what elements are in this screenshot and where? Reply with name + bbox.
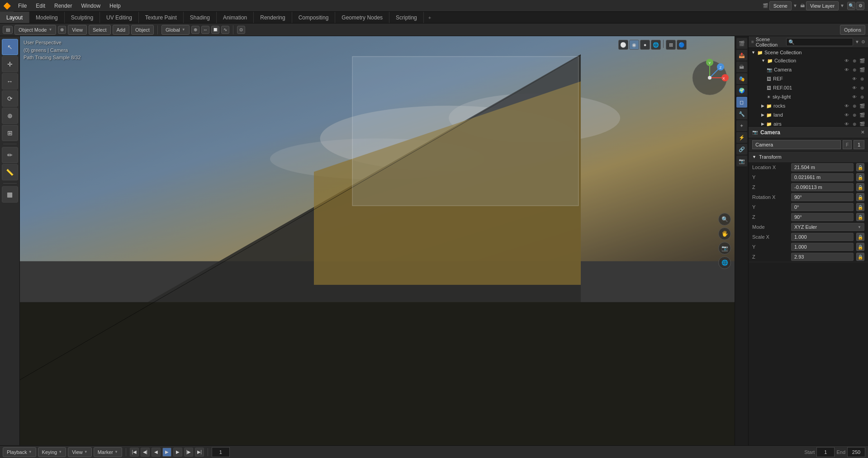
tab-uv-editing[interactable]: UV Editing bbox=[100, 12, 139, 23]
scene-selector[interactable]: Scene bbox=[769, 1, 792, 10]
rotation-y-lock[interactable]: 🔒 bbox=[856, 203, 864, 211]
viewlayer-selector[interactable]: View Layer bbox=[806, 1, 839, 10]
props-icon-object[interactable]: ◻ bbox=[736, 97, 747, 108]
props-icon-view-layer[interactable]: 🏔 bbox=[736, 61, 747, 72]
rocks-visibility[interactable]: 👁 bbox=[844, 103, 850, 109]
prop-edit-icon[interactable]: ⊙ bbox=[237, 26, 245, 34]
zoom-in-btn[interactable]: 🔍 bbox=[718, 213, 731, 226]
play-btn[interactable]: ▶ bbox=[162, 448, 171, 457]
rotation-x-field[interactable]: 90° bbox=[791, 193, 854, 201]
marker-menu[interactable]: Marker ▼ bbox=[94, 447, 122, 457]
props-icon-physics[interactable]: ⚡ bbox=[736, 132, 747, 143]
outliner-item-ref001[interactable]: 🖼 REF.001 👁 ⊕ bbox=[749, 83, 868, 92]
single-user-btn[interactable]: 1 bbox=[854, 140, 864, 149]
object-name-field[interactable]: Camera bbox=[752, 140, 841, 149]
viewport-display-mode[interactable]: ⚪ bbox=[618, 40, 628, 50]
airs-render[interactable]: 🎬 bbox=[859, 121, 865, 127]
tool-scale[interactable]: ⊕ bbox=[2, 108, 18, 124]
props-icon-modifiers[interactable]: 🔧 bbox=[736, 109, 747, 119]
outliner-item-airs[interactable]: ▶ 📁 airs 👁 ⊕ 🎬 bbox=[749, 119, 868, 127]
playback-menu[interactable]: Playback ▼ bbox=[3, 447, 36, 457]
camera-view-btn[interactable]: 📷 bbox=[718, 242, 731, 255]
add-menu[interactable]: Add bbox=[113, 25, 130, 35]
tab-animation[interactable]: Animation bbox=[217, 12, 254, 23]
tool-add-cube[interactable]: ▦ bbox=[2, 186, 18, 203]
viewport-shading-material[interactable]: ● bbox=[640, 40, 650, 50]
skylight-visibility[interactable]: 👁 bbox=[851, 94, 858, 100]
outliner-options[interactable]: ⚙ bbox=[861, 39, 865, 44]
viewport-overlay-toggle[interactable]: ⊞ bbox=[666, 40, 676, 50]
transform-icon3[interactable]: 🔲 bbox=[211, 26, 219, 34]
object-mode-dropdown[interactable]: Object Mode ▼ bbox=[14, 25, 56, 35]
view-menu[interactable]: View bbox=[68, 25, 87, 35]
tab-layout[interactable]: Layout bbox=[0, 12, 29, 23]
outliner-item-skylight[interactable]: ☀ sky-light 👁 ⊕ bbox=[749, 92, 868, 101]
menu-render[interactable]: Render bbox=[50, 0, 76, 12]
add-workspace-tab[interactable]: + bbox=[424, 12, 436, 23]
tab-rendering[interactable]: Rendering bbox=[254, 12, 292, 23]
zoom-out-btn[interactable]: 🖐 bbox=[718, 227, 731, 240]
jump-end-btn[interactable]: ▶| bbox=[195, 448, 204, 457]
keying-menu[interactable]: Keying ▼ bbox=[38, 447, 66, 457]
props-icon-render[interactable]: 🎬 bbox=[736, 38, 747, 49]
scale-x-lock[interactable]: 🔒 bbox=[856, 233, 864, 241]
orbit-btn[interactable]: 🌐 bbox=[718, 256, 731, 269]
props-icon-data[interactable]: 📷 bbox=[736, 156, 747, 166]
props-icon-constraints[interactable]: 🔗 bbox=[736, 144, 747, 155]
tool-rotate[interactable]: ⟳ bbox=[2, 90, 18, 107]
ref-visibility[interactable]: 👁 bbox=[851, 76, 858, 82]
scale-z-field[interactable]: 2.93 bbox=[791, 253, 854, 261]
outliner-visibility-icon[interactable]: 👁 bbox=[844, 57, 850, 64]
rotation-mode-dropdown[interactable]: XYZ Euler ▼ bbox=[791, 223, 864, 231]
rotation-z-lock[interactable]: 🔒 bbox=[856, 213, 864, 221]
rocks-select[interactable]: ⊕ bbox=[851, 103, 858, 109]
land-render[interactable]: 🎬 bbox=[859, 112, 865, 118]
outliner-item-land[interactable]: ▶ 📁 land 👁 ⊕ 🎬 bbox=[749, 110, 868, 119]
header-toggle1[interactable]: ⊕ bbox=[58, 26, 66, 34]
viewport-shading-render[interactable]: 🌐 bbox=[651, 40, 661, 50]
outliner-item-rocks[interactable]: ▶ 📁 rocks 👁 ⊕ 🎬 bbox=[749, 101, 868, 110]
props-icon-world[interactable]: 🌍 bbox=[736, 85, 747, 96]
outliner-filter[interactable]: ▼ bbox=[855, 39, 859, 44]
scale-y-lock[interactable]: 🔒 bbox=[856, 243, 864, 251]
object-menu[interactable]: Object bbox=[131, 25, 154, 35]
fake-user-btn[interactable]: F bbox=[843, 140, 852, 149]
tab-scripting[interactable]: Scripting bbox=[389, 12, 424, 23]
outliner-search[interactable] bbox=[786, 38, 853, 46]
current-frame-field[interactable]: 1 bbox=[212, 447, 230, 457]
viewport-shading-solid[interactable]: ◉ bbox=[629, 40, 639, 50]
rotation-x-lock[interactable]: 🔒 bbox=[856, 193, 864, 201]
jump-prev-keyframe-btn[interactable]: ◀| bbox=[141, 448, 150, 457]
camera-visibility[interactable]: 👁 bbox=[844, 66, 850, 73]
menu-file[interactable]: File bbox=[14, 0, 31, 12]
select-menu[interactable]: Select bbox=[89, 25, 111, 35]
outliner-scene-collection[interactable]: ▼ 📁 Scene Collection bbox=[749, 49, 868, 56]
rocks-render[interactable]: 🎬 bbox=[859, 103, 865, 109]
location-x-lock[interactable]: 🔒 bbox=[856, 163, 864, 171]
transform-icon1[interactable]: ⊕ bbox=[191, 26, 199, 34]
search-icon[interactable]: 🔍 bbox=[847, 2, 855, 10]
outliner-item-camera[interactable]: 📷 Camera 👁 ⊕ 🎬 bbox=[749, 65, 868, 74]
tab-geometry-nodes[interactable]: Geometry Nodes bbox=[335, 12, 389, 23]
tab-sculpting[interactable]: Sculpting bbox=[65, 12, 100, 23]
header-mode-icon[interactable]: ▤ bbox=[3, 26, 13, 34]
menu-help[interactable]: Help bbox=[105, 0, 125, 12]
location-y-lock[interactable]: 🔒 bbox=[856, 173, 864, 181]
view-menu-timeline[interactable]: View ▼ bbox=[68, 447, 92, 457]
airs-visibility[interactable]: 👁 bbox=[844, 121, 850, 127]
location-z-field[interactable]: -0.090113 m bbox=[791, 183, 854, 191]
transform-dropdown[interactable]: Global ▼ bbox=[161, 25, 190, 35]
camera-render[interactable]: 🎬 bbox=[859, 66, 865, 73]
tab-compositing[interactable]: Compositing bbox=[292, 12, 336, 23]
location-x-field[interactable]: 21.504 m bbox=[791, 163, 854, 171]
land-visibility[interactable]: 👁 bbox=[844, 112, 850, 118]
land-select[interactable]: ⊕ bbox=[851, 112, 858, 118]
scale-z-lock[interactable]: 🔒 bbox=[856, 253, 864, 261]
outliner-item-collection[interactable]: ▼ 📁 Collection 👁 ⊕ 🎬 bbox=[749, 56, 868, 65]
menu-edit[interactable]: Edit bbox=[31, 0, 50, 12]
scale-y-field[interactable]: 1.000 bbox=[791, 243, 854, 251]
rotation-z-field[interactable]: 90° bbox=[791, 213, 854, 221]
step-back-btn[interactable]: ◀ bbox=[152, 448, 161, 457]
viewport-3d[interactable]: User Perspective (0) greens | Camera Pat… bbox=[20, 36, 735, 445]
transform-icon4[interactable]: ∿ bbox=[221, 26, 229, 34]
